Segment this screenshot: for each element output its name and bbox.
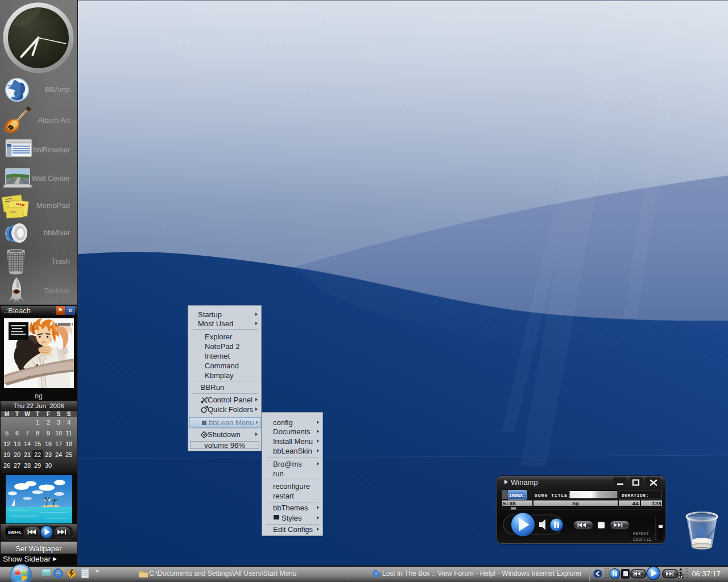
svg-text:15: 15 (34, 440, 41, 447)
svg-text:22: 22 (34, 451, 41, 458)
svg-text:S: S (56, 411, 60, 417)
svg-text:16: 16 (45, 440, 52, 447)
svg-text:SONG TITLE:: SONG TITLE: (535, 493, 571, 498)
svg-text:10: 10 (55, 430, 62, 436)
svg-text:17: 17 (55, 440, 62, 447)
svg-text:11: 11 (65, 430, 72, 436)
svg-text:2: 2 (47, 419, 50, 426)
svg-text:8: 8 (36, 430, 39, 436)
svg-text:INDEX:: INDEX: (509, 493, 526, 498)
svg-text:13: 13 (14, 440, 20, 447)
svg-text:6: 6 (15, 430, 19, 436)
svg-text:7: 7 (26, 430, 29, 436)
svg-text:S: S (67, 411, 71, 417)
svg-text:Winamp: Winamp (511, 478, 538, 487)
svg-text:29: 29 (34, 462, 41, 469)
svg-text:4: 4 (67, 419, 71, 426)
svg-text:21: 21 (24, 451, 31, 458)
svg-text:W: W (24, 411, 30, 417)
svg-text:26: 26 (3, 462, 10, 469)
svg-text:12: 12 (3, 440, 10, 447)
svg-text:M: M (5, 411, 10, 417)
svg-text:3: 3 (57, 419, 60, 426)
svg-text:25: 25 (65, 451, 72, 458)
svg-text:20: 20 (14, 451, 20, 458)
svg-text:F: F (47, 411, 51, 417)
svg-text:»: » (96, 567, 99, 574)
svg-text:28: 28 (24, 462, 31, 469)
svg-text:44: 44 (632, 501, 639, 507)
svg-text:5: 5 (5, 430, 9, 436)
svg-text:27: 27 (14, 462, 20, 469)
svg-text:ng: ng (572, 501, 579, 507)
svg-text:18: 18 (65, 440, 72, 447)
svg-text:24: 24 (55, 451, 62, 458)
svg-text:T: T (15, 411, 19, 417)
svg-text:23: 23 (45, 451, 52, 458)
svg-text:128: 128 (652, 501, 661, 507)
svg-text:9: 9 (47, 430, 50, 436)
svg-text:DURATION:: DURATION: (622, 493, 649, 498)
svg-text:SHUFFL: SHUFFL (8, 531, 22, 535)
svg-text:30: 30 (45, 462, 52, 469)
svg-text:19: 19 (3, 451, 10, 458)
svg-text:5:08: 5:08 (503, 501, 516, 507)
svg-text:1: 1 (36, 419, 39, 426)
svg-text:14: 14 (24, 440, 31, 447)
svg-text:T: T (36, 411, 40, 417)
